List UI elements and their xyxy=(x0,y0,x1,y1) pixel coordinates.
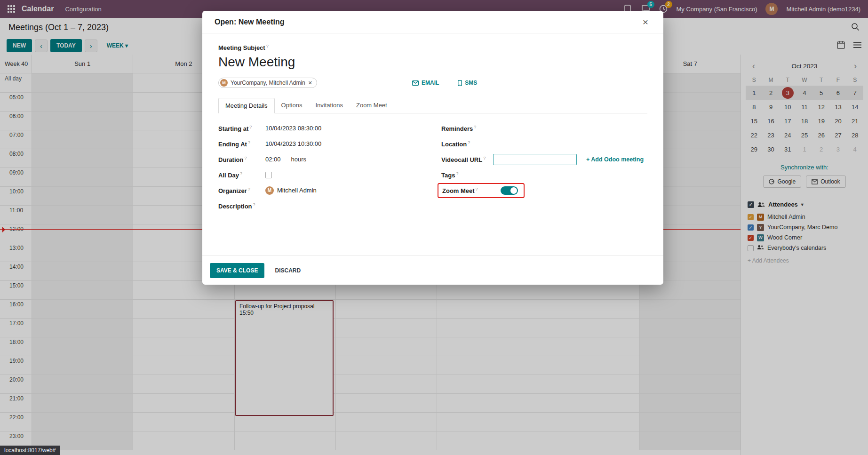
add-odoo-meeting-link[interactable]: + Add Odoo meeting xyxy=(583,156,646,163)
meeting-subject-label-text: Meeting Subject xyxy=(218,44,265,51)
description-label: Description? xyxy=(218,202,265,210)
videocall-url-input[interactable] xyxy=(493,154,577,165)
sms-label: SMS xyxy=(465,80,477,86)
email-label: EMAIL xyxy=(422,80,439,86)
reminders-label: Reminders? xyxy=(441,125,493,132)
organizer-label-text: Organizer xyxy=(218,187,247,194)
close-icon[interactable]: × xyxy=(640,16,651,27)
zoom-meet-label-text: Zoom Meet xyxy=(442,187,475,194)
field-duration: Duration? 02:00 hours xyxy=(218,152,425,167)
modal-header: Open: New Meeting × xyxy=(202,11,663,33)
help-marker: ? xyxy=(474,125,476,129)
tab-meeting-details[interactable]: Meeting Details xyxy=(218,98,275,113)
all-day-label: All Day? xyxy=(218,171,265,179)
help-marker: ? xyxy=(248,187,250,192)
modal-title: Open: New Meeting xyxy=(215,18,284,26)
ending-at-label: Ending At? xyxy=(218,140,265,148)
form-left-column: Starting at? 10/04/2023 08:30:00 Ending … xyxy=(218,120,425,214)
help-marker: ? xyxy=(244,156,247,160)
field-description: Description? xyxy=(218,198,425,214)
help-marker: ? xyxy=(483,156,486,160)
modal-footer: SAVE & CLOSE DISCARD xyxy=(202,255,663,285)
starting-at-value[interactable]: 10/04/2023 08:30:00 xyxy=(265,125,321,132)
location-label-text: Location xyxy=(441,141,467,148)
attendee-tag[interactable]: M YourCompany, Mitchell Admin ✕ xyxy=(218,78,317,88)
all-day-label-text: All Day xyxy=(218,172,239,179)
tab-invitations[interactable]: Invitations xyxy=(309,98,350,113)
tags-label-text: Tags xyxy=(441,172,455,179)
duration-label: Duration? xyxy=(218,156,265,163)
help-marker: ? xyxy=(456,171,458,176)
modal-body: Meeting Subject? New Meeting M YourCompa… xyxy=(202,33,663,255)
description-label-text: Description xyxy=(218,203,252,210)
help-marker: ? xyxy=(468,140,470,145)
organizer-avatar: M xyxy=(265,186,274,195)
browser-status-bar: localhost:8017/web# xyxy=(0,446,60,455)
help-marker: ? xyxy=(476,187,478,192)
attendee-tag-label: YourCompany, Mitchell Admin xyxy=(231,80,305,86)
attendee-tag-avatar: M xyxy=(220,79,228,87)
help-marker: ? xyxy=(240,171,242,176)
field-starting-at: Starting at? 10/04/2023 08:30:00 xyxy=(218,120,425,136)
duration-unit: hours xyxy=(291,156,307,163)
tab-zoom-meet[interactable]: Zoom Meet xyxy=(350,98,394,113)
field-organizer: Organizer? M Mitchell Admin xyxy=(218,183,425,198)
all-day-checkbox[interactable] xyxy=(265,172,272,178)
field-zoom-meet: Zoom Meet? xyxy=(441,183,647,198)
remove-tag-icon[interactable]: ✕ xyxy=(308,80,312,86)
email-button[interactable]: EMAIL xyxy=(409,79,442,87)
field-videocall-url: Videocall URL? + Add Odoo meeting xyxy=(441,152,647,167)
field-reminders: Reminders? xyxy=(441,120,647,136)
starting-at-label: Starting at? xyxy=(218,125,265,132)
meeting-subject-label: Meeting Subject? xyxy=(218,44,269,51)
zoom-meet-label: Zoom Meet? xyxy=(442,187,494,194)
field-all-day: All Day? xyxy=(218,167,425,183)
phone-icon xyxy=(458,80,462,86)
new-meeting-modal: Open: New Meeting × Meeting Subject? New… xyxy=(202,11,663,285)
organizer-value[interactable]: Mitchell Admin xyxy=(277,187,317,194)
discard-button[interactable]: DISCARD xyxy=(272,267,303,274)
help-marker: ? xyxy=(253,202,255,207)
attendee-tag-row: M YourCompany, Mitchell Admin ✕ EMAIL SM… xyxy=(218,78,647,88)
sms-button[interactable]: SMS xyxy=(455,79,480,87)
meeting-subject-input[interactable]: New Meeting xyxy=(218,55,647,70)
field-location: Location? xyxy=(441,136,647,152)
tags-label: Tags? xyxy=(441,171,493,179)
ending-at-value[interactable]: 10/04/2023 10:30:00 xyxy=(265,140,321,147)
meeting-form: Starting at? 10/04/2023 08:30:00 Ending … xyxy=(218,120,647,214)
help-marker: ? xyxy=(266,44,269,48)
field-tags: Tags? xyxy=(441,167,647,183)
zoom-meet-highlight: Zoom Meet? xyxy=(438,183,525,198)
starting-at-label-text: Starting at xyxy=(218,125,248,132)
modal-tabs: Meeting DetailsOptionsInvitationsZoom Me… xyxy=(218,97,647,113)
tab-options[interactable]: Options xyxy=(275,98,309,113)
location-label: Location? xyxy=(441,140,493,148)
help-marker: ? xyxy=(249,125,252,129)
reminders-label-text: Reminders xyxy=(441,125,473,132)
form-right-column: Reminders? Location? Videocall URL? + Ad… xyxy=(425,120,647,214)
organizer-label: Organizer? xyxy=(218,187,265,194)
envelope-icon xyxy=(412,80,419,86)
duration-value[interactable]: 02:00 xyxy=(265,156,281,163)
save-close-button[interactable]: SAVE & CLOSE xyxy=(210,263,264,278)
videocall-url-label-text: Videocall URL xyxy=(441,156,482,163)
videocall-url-label: Videocall URL? xyxy=(441,156,493,163)
field-ending-at: Ending At? 10/04/2023 10:30:00 xyxy=(218,136,425,152)
zoom-meet-toggle[interactable] xyxy=(501,186,518,195)
ending-at-label-text: Ending At xyxy=(218,141,247,148)
duration-label-text: Duration xyxy=(218,156,243,163)
help-marker: ? xyxy=(248,140,250,145)
